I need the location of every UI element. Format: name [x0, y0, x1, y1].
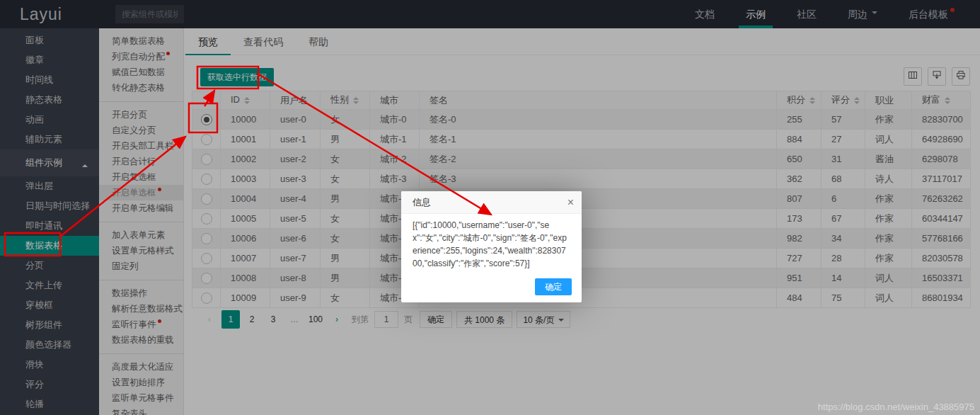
close-icon[interactable]: × — [567, 195, 574, 210]
dialog-json-text: [{"id":10000,"username":"user-0","sex":"… — [401, 214, 582, 270]
csdn-watermark: https://blog.csdn.net/weixin_43885975 — [818, 402, 974, 412]
dialog-ok-button[interactable]: 确定 — [535, 278, 572, 295]
dialog-title: 信息 — [401, 191, 582, 214]
info-dialog: 信息 × [{"id":10000,"username":"user-0","s… — [401, 191, 582, 302]
